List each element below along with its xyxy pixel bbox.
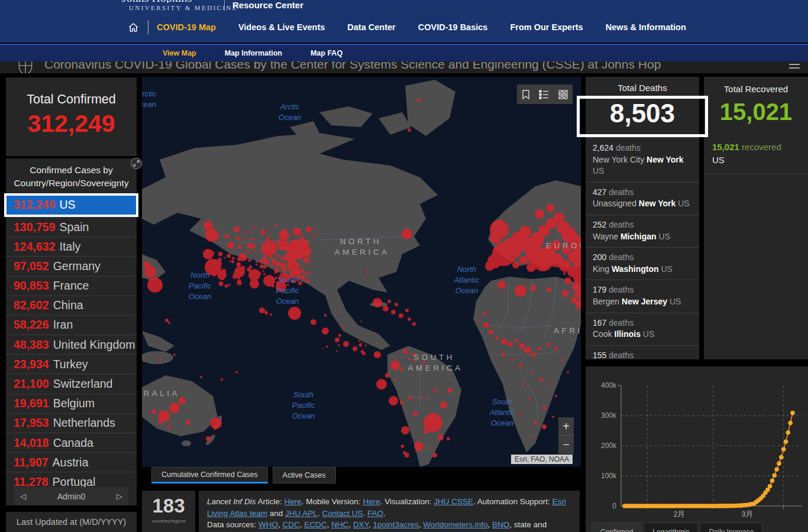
legend-list-icon[interactable] bbox=[539, 90, 549, 99]
nav-item-news-information[interactable]: News & Information bbox=[606, 22, 686, 32]
map-tab-cumulative-confirmed-cases[interactable]: Cumulative Confirmed Cases bbox=[151, 467, 268, 484]
sources-info-panel: Lancet Inf Dis Article: Here. Mobile Ver… bbox=[199, 491, 580, 532]
deaths-row[interactable]: 2,624 deathsNew York City New York US bbox=[586, 138, 699, 182]
country-name: Spain bbox=[60, 220, 89, 234]
country-cases-value: 82,602 bbox=[14, 299, 49, 312]
nav-item-data-center[interactable]: Data Center bbox=[347, 22, 395, 32]
chart-tab-logarithmic[interactable]: Logarithmic bbox=[644, 523, 698, 532]
country-row[interactable]: 19,691Belgium bbox=[6, 394, 137, 413]
nav-item-from-our-experts[interactable]: From Our Experts bbox=[510, 22, 583, 32]
country-row[interactable]: 312,249US bbox=[4, 193, 138, 217]
footer-link[interactable]: Worldometers.info bbox=[423, 520, 487, 529]
footer-line: Lancet Inf Dis Article: Here. Mobile Ver… bbox=[207, 496, 571, 519]
recovered-list-item[interactable]: 15,021 recovered US bbox=[704, 135, 808, 174]
country-row[interactable]: 90,853France bbox=[6, 276, 137, 296]
footer-link[interactable]: JHU APL bbox=[285, 509, 318, 518]
svg-text:SouthAtlanticOcean: SouthAtlanticOcean bbox=[489, 397, 515, 427]
deaths-row-count: 252 deaths bbox=[593, 219, 692, 231]
footer-link[interactable]: FAQ bbox=[367, 509, 383, 518]
country-row[interactable]: 97,052Germany bbox=[6, 256, 137, 275]
chart-tab-confirmed[interactable]: Confirmed bbox=[592, 523, 642, 532]
svg-text:SOUTH: SOUTH bbox=[413, 353, 455, 362]
confirmed-cases-panel: Confirmed Cases by Country/Region/Sovere… bbox=[6, 158, 137, 505]
svg-text:3月: 3月 bbox=[742, 510, 753, 518]
deaths-row-place: Unassigned New York US bbox=[593, 198, 692, 210]
svg-text:NORTH: NORTH bbox=[340, 237, 382, 246]
deaths-row-count: 167 deaths bbox=[593, 317, 692, 329]
country-name: Turkey bbox=[53, 358, 88, 371]
country-row[interactable]: 48,383United Kingdom bbox=[6, 335, 137, 354]
nav-item-covid-19-map[interactable]: COVID-19 Map bbox=[157, 22, 216, 32]
basemap-grid-icon[interactable] bbox=[558, 90, 568, 99]
zoom-in-button[interactable]: + bbox=[558, 417, 574, 436]
home-icon[interactable] bbox=[124, 22, 142, 33]
country-row[interactable]: 124,632Italy bbox=[6, 236, 137, 256]
total-deaths-label: Total Deaths bbox=[586, 77, 699, 93]
footer-link[interactable]: Here bbox=[285, 497, 302, 506]
footer-link[interactable]: Contact US bbox=[322, 509, 363, 518]
svg-text:400k: 400k bbox=[601, 381, 617, 390]
deaths-row[interactable]: 179 deathsBergen New Jersey US bbox=[586, 280, 699, 312]
footer-link[interactable]: WHO bbox=[258, 520, 278, 529]
nav-item-videos-live-events[interactable]: Videos & Live Events bbox=[238, 22, 325, 32]
subnav-item-map-information[interactable]: Map Information bbox=[225, 49, 282, 57]
page-next-icon[interactable]: ▷ bbox=[117, 492, 122, 501]
hamburger-menu-icon[interactable] bbox=[789, 61, 800, 71]
footer-link[interactable]: Here bbox=[363, 497, 380, 506]
deaths-row-count: 155 deaths bbox=[593, 350, 692, 359]
world-map[interactable]: ArcticOceanArcticOceanNorthPacificOceanN… bbox=[142, 77, 581, 467]
footer-link[interactable]: DXY bbox=[353, 520, 369, 529]
map-tab-active-cases[interactable]: Active Cases bbox=[273, 467, 336, 484]
logo-divider bbox=[224, 0, 225, 11]
footer-link[interactable]: CDC bbox=[283, 520, 300, 529]
deaths-row[interactable]: 252 deathsWayne Michigan US bbox=[586, 215, 699, 247]
page-prev-icon[interactable]: ◁ bbox=[20, 492, 26, 501]
footer-link[interactable]: ECDC bbox=[304, 520, 327, 529]
country-cases-value: 130,759 bbox=[14, 220, 56, 234]
country-name: Germany bbox=[53, 259, 101, 273]
country-row[interactable]: 17,953Netherlands bbox=[6, 413, 137, 433]
svg-text:0: 0 bbox=[612, 502, 616, 510]
country-name: Italy bbox=[60, 240, 81, 254]
nav-item-covid-19-basics[interactable]: COVID-19 Basics bbox=[418, 22, 488, 32]
country-row[interactable]: 11,907Austria bbox=[6, 452, 137, 472]
country-row[interactable]: 58,226Iran bbox=[6, 315, 137, 335]
country-row[interactable]: 21,100Switzerland bbox=[6, 374, 137, 393]
subnav-item-map-faq[interactable]: Map FAQ bbox=[311, 49, 342, 57]
footer-line: Data sources: WHO, CDC, ECDC, NHC, DXY, … bbox=[207, 519, 571, 531]
footer-link[interactable]: JHU CSSE bbox=[434, 497, 473, 506]
deaths-row[interactable]: 155 deathsEssex New Jersey US bbox=[586, 345, 699, 359]
svg-text:300k: 300k bbox=[601, 411, 617, 420]
country-name: Netherlands bbox=[53, 416, 115, 430]
subnav-item-view-map[interactable]: View Map bbox=[163, 49, 196, 57]
zoom-out-button[interactable]: − bbox=[558, 436, 574, 454]
footer-link[interactable]: NHC bbox=[331, 520, 348, 529]
deaths-row-place: Cook Illinois US bbox=[593, 329, 692, 340]
deaths-row[interactable]: 200 deathsKing Washington US bbox=[586, 247, 699, 280]
svg-text:NorthPacificOcean: NorthPacificOcean bbox=[189, 271, 212, 301]
footer-link[interactable]: 1point3acres bbox=[373, 520, 418, 529]
country-row[interactable]: 14,018Canada bbox=[6, 433, 137, 452]
footer-link[interactable]: BNO bbox=[492, 520, 509, 529]
country-row[interactable]: 130,759Spain bbox=[6, 217, 137, 236]
sub-navigation-bar: View MapMap InformationMap FAQ bbox=[0, 44, 808, 61]
country-row[interactable]: 82,602China bbox=[6, 296, 137, 315]
bookmark-icon[interactable] bbox=[522, 90, 530, 99]
deaths-row[interactable]: 167 deathsCook Illinois US bbox=[586, 313, 699, 345]
deaths-row[interactable]: 427 deathsUnassigned New York US bbox=[586, 182, 699, 215]
country-name: France bbox=[53, 279, 89, 293]
svg-text:AUSTRALIA: AUSTRALIA bbox=[142, 389, 180, 398]
jhu-logo: Johns Hopkins bbox=[122, 0, 216, 3]
resource-center-link[interactable]: Resource Center bbox=[232, 0, 303, 10]
country-cases-value: 58,226 bbox=[14, 318, 49, 332]
deaths-list: 2,624 deathsNew York City New York US427… bbox=[586, 138, 699, 359]
chart-tab-daily-increase[interactable]: Daily Increase bbox=[700, 523, 762, 532]
country-row[interactable]: 23,934Turkey bbox=[6, 354, 137, 374]
country-name: Austria bbox=[53, 456, 89, 469]
country-cases-value: 14,018 bbox=[14, 436, 49, 450]
svg-text:200k: 200k bbox=[601, 442, 617, 450]
map-toolbar bbox=[517, 85, 573, 104]
pagination-label: Admin0 bbox=[57, 492, 85, 501]
nav-divider bbox=[148, 20, 148, 34]
expand-icon[interactable] bbox=[131, 158, 142, 169]
